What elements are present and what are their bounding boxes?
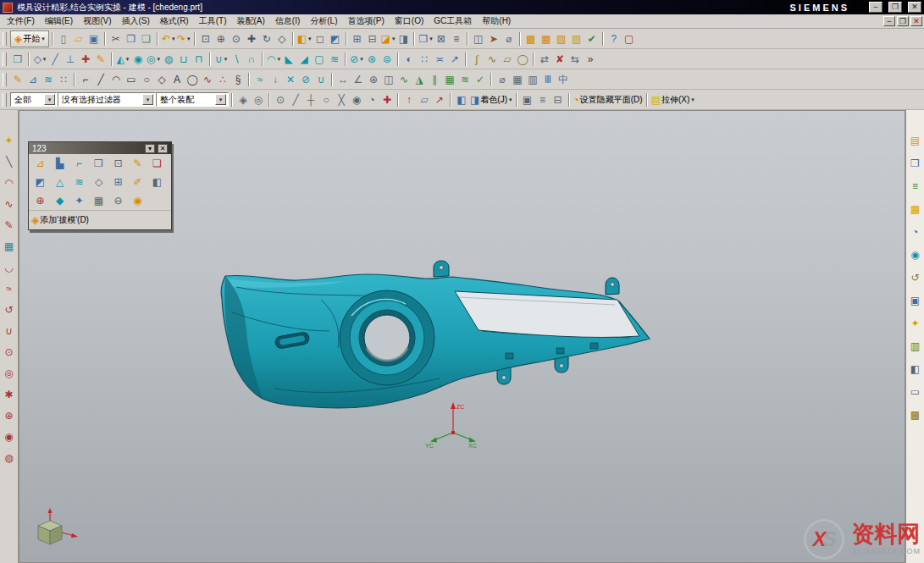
materials-icon[interactable]: ▩ [909, 408, 922, 422]
wcs-dynamics-icon[interactable]: ↑ [401, 92, 417, 108]
command-finder-icon[interactable]: ? [606, 31, 622, 47]
wave-tool-icon[interactable]: ≈ [3, 282, 16, 295]
plane-dialog-icon[interactable]: ▱ [417, 92, 432, 108]
offset-curve-icon[interactable]: ≈ [252, 72, 268, 87]
scope-combo[interactable]: 整个装配▾ [156, 92, 229, 107]
floating-toolbar-123[interactable]: 123 ▾ ✕ ⊿▙⌐❒⊡✎❏ ◩△≋◇⊞✐◧ ⊕◆✦▦⊖◉ ◈添加'拔模'(D… [28, 141, 172, 230]
snap-existing-point-icon[interactable]: ✚ [379, 92, 395, 108]
measure-body-icon[interactable]: ⊕ [366, 72, 381, 87]
pattern-small-icon[interactable]: ∷ [56, 72, 71, 87]
display-list-icon[interactable]: ≡ [535, 92, 551, 108]
n-sided-icon[interactable]: ◯ [515, 52, 530, 67]
datum-small-icon[interactable]: ⊿ [25, 72, 41, 87]
section-curve-icon[interactable]: ⊘ [298, 72, 313, 87]
circle-icon[interactable]: ○ [139, 72, 154, 87]
child-restore-button[interactable]: ❐ [897, 16, 909, 26]
title-bar[interactable]: 模具设计精彩,结合实例实操 - 建模 - [chedeng.prt] SIEME… [0, 0, 924, 14]
vector-dialog-icon[interactable]: ↗ [432, 92, 447, 108]
child-close-button[interactable]: ✕ [910, 16, 922, 26]
rectangle-icon[interactable]: ▭ [124, 72, 139, 87]
offset-surface-icon[interactable]: ≍ [432, 52, 447, 67]
highlight-toggle-icon[interactable]: ◎ [251, 92, 266, 108]
palette-icon-2[interactable]: ▙ [50, 155, 69, 172]
arc2-tool-icon[interactable]: ◡ [3, 261, 16, 274]
palette-icon-20[interactable]: ◉ [128, 192, 147, 209]
ellipse-icon[interactable]: ◯ [185, 72, 200, 87]
menu-insert[interactable]: 插入(S) [116, 15, 154, 28]
helix-icon[interactable]: § [230, 72, 246, 87]
rotate-view-icon[interactable]: ↻ [259, 31, 274, 47]
measure-distance-icon[interactable]: ↔ [335, 72, 351, 87]
menu-assembly[interactable]: 装配(A) [231, 15, 269, 28]
redo-icon[interactable]: ↷▾ [176, 31, 191, 47]
reuse-library-icon[interactable]: ▦ [909, 202, 922, 216]
section-analysis-icon[interactable]: ◫ [381, 72, 396, 87]
extrude-quick-button[interactable]: ▤拉伸(X)▾ [650, 92, 695, 108]
snap-center-icon[interactable]: ○ [318, 92, 334, 108]
dropdown-arrow-icon[interactable]: ▾ [44, 94, 55, 105]
zoom-in-icon[interactable]: ⊕ [213, 31, 229, 47]
fillet-tool-icon[interactable]: ∪ [3, 324, 16, 338]
swept-icon[interactable]: ∿ [484, 52, 500, 67]
palette-icon-13[interactable]: ✐ [128, 174, 147, 190]
intersect-icon[interactable]: ∩ [244, 52, 259, 67]
type-filter-combo[interactable]: 全部▾ [10, 92, 58, 107]
text-curve-icon[interactable]: A [169, 72, 185, 87]
menu-edit[interactable]: 编辑(E) [40, 15, 78, 28]
grid-tool-icon[interactable]: ▦ [3, 240, 16, 253]
dropdown-arrow-icon[interactable]: ▾ [142, 94, 153, 105]
menu-view[interactable]: 视图(V) [78, 15, 116, 28]
show-hide-icon[interactable]: ◫ [471, 31, 486, 47]
palette-icon-9[interactable]: △ [50, 174, 69, 190]
menu-tools[interactable]: 工具(T) [194, 15, 232, 28]
assembly-navigator-icon[interactable]: ▤ [909, 134, 922, 147]
part-navigator-icon[interactable]: ≡ [909, 179, 922, 193]
dropdown-arrow-icon[interactable]: ▾ [691, 97, 694, 103]
target-tool-icon[interactable]: ⊕ [3, 409, 16, 422]
dot-tool-icon[interactable]: ◉ [3, 430, 16, 444]
chamfer-icon[interactable]: ◣ [281, 52, 296, 67]
deviation-gauge-icon[interactable]: ⌀ [495, 72, 510, 87]
clip-section-icon[interactable]: ⊟ [551, 92, 566, 108]
save-icon[interactable]: ▣ [86, 31, 102, 47]
boss-icon[interactable]: ◍ [161, 52, 176, 67]
open-icon[interactable]: ▱ [71, 31, 86, 47]
replace-face-icon[interactable]: ⇆ [567, 52, 583, 67]
dropdown-arrow-icon[interactable]: ▾ [126, 56, 130, 63]
manufacturing-wizard-icon[interactable]: ✦ [909, 317, 922, 330]
polygon-icon[interactable]: ◇ [154, 72, 169, 87]
datum-csys-icon[interactable]: ⊥ [63, 52, 78, 67]
snapshot-icon[interactable]: ⊠ [434, 31, 449, 47]
draft-analysis-icon[interactable]: ◮ [412, 72, 427, 87]
perspective-icon[interactable]: ◇ [274, 31, 290, 47]
dropdown-arrow-icon[interactable]: ▾ [187, 36, 191, 42]
examine-geometry-icon[interactable]: ✓ [473, 72, 488, 87]
palette-icon-19[interactable]: ⊖ [108, 192, 128, 209]
line-icon[interactable]: ╱ [93, 72, 108, 87]
surface-icon[interactable]: ≋ [41, 72, 56, 87]
copy-icon[interactable]: ❐ [124, 31, 139, 47]
palette-icon-11[interactable]: ◇ [89, 174, 108, 190]
palette-icon-1[interactable]: ⊿ [30, 155, 50, 172]
process-studio-icon[interactable]: ▣ [909, 294, 922, 307]
palette-icon-17[interactable]: ✦ [69, 192, 89, 209]
info-window-icon[interactable]: ▥ [525, 72, 540, 87]
zoom-fit-icon[interactable]: ⊡ [198, 31, 213, 47]
snap-point-icon[interactable]: ⊙ [273, 92, 288, 108]
mold-wizard-icon[interactable]: ▩ [523, 31, 539, 47]
history-panel-icon[interactable]: ↺ [909, 271, 922, 284]
dropdown-arrow-icon[interactable]: ▾ [215, 94, 226, 105]
menu-gc-toolbox[interactable]: GC工具箱 [429, 15, 477, 28]
system-scene-icon[interactable]: ◧ [909, 362, 922, 376]
palette-icon-3[interactable]: ⌐ [69, 155, 89, 172]
palette-icon-6[interactable]: ✎ [128, 155, 147, 172]
datum-axis-icon[interactable]: ╱ [47, 52, 63, 67]
snap-quadrant-icon[interactable]: ◔ [364, 92, 379, 108]
pad-icon[interactable]: ⊓ [191, 52, 207, 67]
draft-icon[interactable]: ◢ [296, 52, 312, 67]
pan-icon[interactable]: ✚ [244, 31, 259, 47]
measure-angle-icon[interactable]: ∠ [351, 72, 366, 87]
snap-intersection-icon[interactable]: ╳ [334, 92, 349, 108]
move-face-icon[interactable]: ⇄ [537, 52, 552, 67]
electrode-icon[interactable]: ▨ [554, 31, 569, 47]
